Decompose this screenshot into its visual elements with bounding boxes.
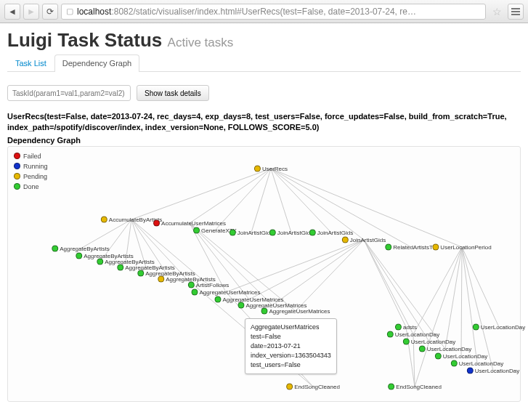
svg-line-9 — [81, 219, 131, 249]
node-label: UserLocationDay — [459, 360, 503, 366]
node-label: AccumulateUserMatrices — [161, 219, 226, 226]
tooltip-line: test_users=False — [251, 360, 331, 370]
node-label: UserLocationDay — [411, 338, 455, 344]
svg-line-29 — [429, 247, 462, 342]
node-label: JoinArtistGids — [237, 229, 273, 235]
svg-line-31 — [461, 247, 462, 356]
graph-node[interactable]: UserLocationDay — [467, 367, 519, 373]
node-label: ArtistFollows — [196, 281, 229, 288]
svg-line-21 — [249, 240, 364, 299]
svg-line-24 — [364, 240, 406, 327]
svg-line-34 — [462, 247, 499, 327]
address-bar[interactable]: ▢ localhost:8082/static/visualiser/index… — [61, 4, 486, 20]
page-icon: ▢ — [66, 7, 73, 16]
node-status-dot-icon — [158, 275, 164, 282]
node-status-dot-icon — [432, 243, 439, 250]
show-details-button[interactable]: Show task details — [137, 85, 209, 101]
graph-node[interactable]: UserRecs — [254, 165, 288, 171]
taskid-input[interactable] — [7, 85, 131, 101]
svg-line-22 — [272, 240, 364, 305]
graph-node[interactable]: EndSongCleaned — [388, 383, 442, 389]
tab-task-list[interactable]: Task List — [7, 54, 54, 71]
graph-node[interactable]: JoinArtistGids — [309, 229, 353, 235]
node-tooltip: AggregateUserMatricestest=Falsedate=2013… — [245, 318, 337, 374]
graph-node[interactable]: UserLocationDay — [403, 338, 455, 344]
graph-subtitle: Dependency Graph — [7, 136, 521, 145]
node-status-dot-icon — [451, 360, 458, 366]
node-status-dot-icon — [214, 296, 221, 302]
url-port: :8082 — [111, 7, 133, 17]
node-label: UserLocationDay — [427, 345, 471, 352]
tooltip-line: date=2013-07-21 — [251, 342, 331, 351]
graph-node[interactable]: RelatedArtistsTC — [385, 243, 436, 250]
graph-node[interactable]: UserLocationDay — [387, 331, 439, 337]
graph-node[interactable]: JoinArtistGids — [342, 236, 386, 243]
reload-button[interactable]: ⟳ — [42, 4, 58, 20]
node-status-dot-icon — [473, 323, 479, 330]
node-status-dot-icon — [137, 270, 144, 276]
graph-node[interactable]: JoinArtistGids — [269, 229, 313, 235]
svg-line-1 — [190, 169, 271, 223]
node-label: JoinArtistGids — [277, 229, 313, 235]
graph-node[interactable]: AggregateByArtists — [52, 245, 109, 251]
node-label: EndSongCleaned — [396, 383, 442, 389]
graph-node[interactable]: AggregateUserMatrices — [191, 288, 260, 295]
url-path: /static/visualiser/index.html#UserRecs(t… — [133, 7, 416, 17]
page-title: Luigi Task Status Active tasks — [7, 29, 233, 52]
bookmark-star-icon[interactable]: ☆ — [489, 4, 505, 20]
back-button[interactable]: ◄ — [4, 4, 20, 20]
node-status-dot-icon — [153, 219, 160, 226]
node-status-dot-icon — [230, 229, 236, 235]
node-status-dot-icon — [385, 243, 391, 250]
node-status-dot-icon — [254, 165, 261, 171]
node-status-dot-icon — [286, 383, 293, 389]
forward-button[interactable]: ► — [23, 4, 39, 20]
node-status-dot-icon — [117, 264, 123, 270]
node-label: RelatedArtistsTC — [393, 243, 436, 250]
graph-node[interactable]: UserLocationDay — [419, 345, 471, 352]
graph-node[interactable]: AggregateUserMatrices — [261, 307, 330, 314]
graph-node[interactable]: UserLocationDay — [473, 323, 525, 330]
graph-node[interactable]: EndSongCleaned — [286, 383, 340, 389]
graph-node[interactable]: adsts — [395, 323, 417, 330]
svg-line-20 — [226, 240, 364, 292]
node-label: UserLocationDay — [395, 331, 439, 337]
node-status-dot-icon — [419, 345, 426, 352]
node-status-dot-icon — [76, 252, 82, 259]
svg-line-33 — [462, 247, 493, 371]
graph-node[interactable]: UserLocationDay — [451, 360, 503, 366]
graph-node[interactable]: ArtistFollows — [188, 281, 229, 288]
node-status-dot-icon — [188, 281, 195, 288]
svg-line-3 — [251, 169, 271, 233]
node-status-dot-icon — [395, 323, 402, 330]
node-status-dot-icon — [191, 288, 198, 295]
svg-line-5 — [271, 169, 331, 233]
url-host: localhost — [77, 7, 111, 17]
node-label: JoinArtistGids — [350, 236, 386, 243]
node-status-dot-icon — [52, 245, 58, 251]
node-label: AggregateUserMatrices — [269, 307, 330, 314]
tooltip-line: AggregateUserMatrices — [251, 323, 331, 332]
node-status-dot-icon — [309, 229, 316, 235]
page-header: Luigi Task Status Active tasks — [7, 29, 521, 52]
node-status-dot-icon — [467, 367, 474, 373]
graph-surface[interactable]: UserRecsAccumulateByArtistsAccumulateUse… — [8, 147, 520, 401]
node-label: UserLocationDay — [475, 367, 519, 373]
node-status-dot-icon — [435, 352, 442, 359]
node-label: UserLocationPeriod — [440, 243, 491, 250]
browser-toolbar: ◄ ► ⟳ ▢ localhost:8082/static/visualiser… — [0, 0, 528, 23]
search-row: Show task details — [7, 85, 521, 101]
svg-line-0 — [131, 169, 271, 219]
node-label: JoinArtistGids — [317, 229, 353, 235]
node-label: adsts — [403, 323, 417, 330]
graph-node[interactable]: JoinArtistGids — [230, 229, 273, 235]
menu-button[interactable] — [508, 4, 524, 20]
graph-node[interactable]: AccumulateUserMatrices — [153, 219, 226, 226]
graph-node[interactable]: UserLocationPeriod — [432, 243, 491, 250]
node-status-dot-icon — [261, 307, 267, 314]
node-status-dot-icon — [269, 229, 276, 235]
page-subtitle: Active tasks — [168, 36, 234, 49]
node-status-dot-icon — [97, 258, 103, 264]
tab-dependency-graph[interactable]: Dependency Graph — [54, 54, 139, 72]
graph-node[interactable]: UserLocationDay — [435, 352, 487, 359]
